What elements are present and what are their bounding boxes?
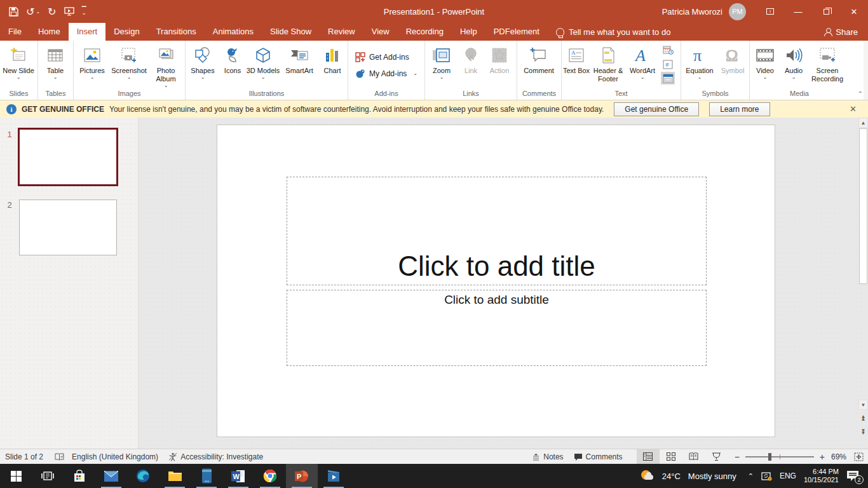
new-slide-button[interactable]: New Slide⌄ bbox=[1, 41, 36, 89]
shapes-button[interactable]: Shapes⌄ bbox=[186, 41, 219, 89]
tab-home[interactable]: Home bbox=[30, 23, 69, 41]
get-genuine-office-button[interactable]: Get genuine Office bbox=[614, 102, 699, 116]
my-addins-button[interactable]: My Add-ins ⌄ bbox=[355, 69, 417, 79]
zoom-out-icon[interactable]: − bbox=[735, 452, 740, 462]
object-icon[interactable] bbox=[661, 72, 675, 85]
action-button[interactable]: Action bbox=[484, 41, 515, 89]
scroll-up-icon[interactable]: ▲ bbox=[858, 118, 868, 128]
comment-button[interactable]: Comment bbox=[518, 41, 560, 89]
wordart-button[interactable]: A WordArt⌄ bbox=[626, 41, 659, 89]
file-explorer-icon[interactable] bbox=[159, 464, 191, 488]
text-box-button[interactable]: A Text Box bbox=[562, 41, 590, 89]
clock[interactable]: 6:44 PM 10/15/2021 bbox=[804, 468, 839, 484]
slide-thumbnail-1[interactable] bbox=[18, 128, 118, 186]
tab-file[interactable]: File bbox=[0, 23, 30, 41]
vertical-scrollbar[interactable]: ▲ ▼ ▲▲ ▼▼ bbox=[858, 118, 868, 449]
ribbon-display-options-icon[interactable]: ↑ bbox=[756, 0, 784, 23]
customize-qat-icon[interactable]: ▔⌄ bbox=[82, 8, 87, 15]
table-button[interactable]: Table⌄ bbox=[39, 41, 72, 89]
minimize-button[interactable]: — bbox=[784, 0, 812, 23]
save-icon[interactable] bbox=[9, 7, 18, 17]
slide-sorter-view-button[interactable] bbox=[660, 449, 682, 464]
share-button[interactable]: Share bbox=[814, 23, 868, 41]
zoom-in-icon[interactable]: + bbox=[820, 452, 825, 462]
notes-button[interactable]: Notes bbox=[532, 452, 563, 461]
previous-slide-icon[interactable]: ▲▲ bbox=[858, 412, 868, 424]
restore-button[interactable] bbox=[812, 0, 840, 23]
comments-button[interactable]: Comments bbox=[574, 452, 623, 461]
tab-recording[interactable]: Recording bbox=[398, 23, 452, 41]
zoom-percent[interactable]: 69% bbox=[825, 452, 846, 461]
language-indicator[interactable]: ENG bbox=[780, 471, 796, 480]
learn-more-button[interactable]: Learn more bbox=[709, 102, 770, 116]
chrome-browser-icon[interactable] bbox=[254, 464, 286, 488]
next-slide-icon[interactable]: ▼▼ bbox=[858, 426, 868, 438]
powerpoint-app-icon[interactable]: P bbox=[286, 464, 318, 488]
slide-indicator[interactable]: Slide 1 of 2 bbox=[5, 452, 43, 461]
pictures-button[interactable]: Pictures⌄ bbox=[74, 41, 110, 89]
get-addins-button[interactable]: Get Add-ins bbox=[355, 52, 417, 62]
slideshow-view-button[interactable] bbox=[705, 449, 728, 464]
slide-thumbnail-2[interactable] bbox=[19, 200, 117, 255]
chart-button[interactable]: Chart bbox=[318, 41, 346, 89]
tab-insert[interactable]: Insert bbox=[69, 23, 106, 41]
photo-album-button[interactable]: Photo Album⌄ bbox=[148, 41, 184, 89]
accessibility-status[interactable]: Accessibility: Investigate bbox=[168, 452, 263, 461]
scrollbar-thumb[interactable] bbox=[859, 128, 867, 284]
title-placeholder[interactable]: Click to add title bbox=[287, 177, 707, 285]
tab-design[interactable]: Design bbox=[105, 23, 147, 41]
header-footer-button[interactable]: Header & Footer bbox=[590, 41, 626, 89]
task-view-button[interactable] bbox=[32, 464, 64, 488]
banner-close-icon[interactable]: ✕ bbox=[844, 104, 862, 114]
normal-view-button[interactable] bbox=[637, 449, 660, 464]
edge-browser-icon[interactable] bbox=[127, 464, 159, 488]
weather-desc[interactable]: Mostly sunny bbox=[688, 471, 736, 481]
weather-temp[interactable]: 24°C bbox=[662, 471, 681, 481]
redo-icon[interactable]: ↻ bbox=[48, 6, 56, 18]
tab-slide-show[interactable]: Slide Show bbox=[262, 23, 320, 41]
language-status[interactable]: English (United Kingdom) bbox=[72, 452, 158, 461]
tab-pdfelement[interactable]: PDFelement bbox=[485, 23, 548, 41]
weather-icon[interactable] bbox=[641, 470, 654, 482]
user-name[interactable]: Patricia Mworozi bbox=[662, 7, 722, 17]
3d-models-button[interactable]: 3D Models⌄ bbox=[246, 41, 280, 89]
tab-review[interactable]: Review bbox=[320, 23, 363, 41]
slide-editor[interactable]: Click to add title Click to add subtitle bbox=[217, 125, 775, 437]
close-button[interactable]: ✕ bbox=[840, 0, 868, 23]
tab-transitions[interactable]: Transitions bbox=[148, 23, 205, 41]
tab-help[interactable]: Help bbox=[452, 23, 485, 41]
zoom-slider-thumb[interactable] bbox=[768, 453, 771, 461]
tab-animations[interactable]: Animations bbox=[205, 23, 262, 41]
zoom-button[interactable]: Zoom⌄ bbox=[426, 41, 458, 89]
icons-button[interactable]: Icons bbox=[219, 41, 246, 89]
collapse-ribbon-icon[interactable]: ⌃ bbox=[858, 90, 863, 97]
screen-recording-button[interactable]: Screen Recording bbox=[808, 41, 847, 89]
symbol-button[interactable]: Ω Symbol bbox=[717, 41, 748, 89]
link-button[interactable]: Link bbox=[458, 41, 484, 89]
tell-me-box[interactable]: Tell me what you want to do bbox=[548, 23, 679, 41]
slide-number-icon[interactable]: # bbox=[661, 58, 675, 71]
avatar[interactable]: PM bbox=[729, 3, 746, 20]
phone-app-icon[interactable] bbox=[191, 464, 222, 488]
subtitle-placeholder[interactable]: Click to add subtitle bbox=[287, 290, 707, 366]
date-time-icon[interactable] bbox=[661, 44, 675, 57]
screenshot-button[interactable]: Screenshot⌄ bbox=[110, 41, 148, 89]
start-from-beginning-icon[interactable] bbox=[64, 7, 74, 16]
smartart-button[interactable]: SmartArt bbox=[280, 41, 318, 89]
spellcheck-icon[interactable] bbox=[55, 452, 64, 461]
action-center-button[interactable]: 2 bbox=[846, 470, 860, 482]
microsoft-store-icon[interactable] bbox=[64, 464, 95, 488]
fit-slide-to-window-icon[interactable] bbox=[849, 449, 868, 464]
ribbon-scrollbar[interactable] bbox=[864, 41, 868, 100]
zoom-slider[interactable] bbox=[745, 456, 814, 458]
films-tv-app-icon[interactable] bbox=[318, 464, 349, 488]
audio-button[interactable]: Audio⌄ bbox=[780, 41, 808, 89]
reading-view-button[interactable] bbox=[682, 449, 705, 464]
start-button[interactable] bbox=[0, 464, 32, 488]
scroll-down-icon[interactable]: ▼ bbox=[858, 400, 868, 410]
tray-sync-icon[interactable] bbox=[761, 471, 772, 481]
tab-view[interactable]: View bbox=[363, 23, 398, 41]
show-hidden-icons-chevron[interactable]: ⌃ bbox=[748, 472, 754, 480]
video-button[interactable]: Video⌄ bbox=[750, 41, 780, 89]
equation-button[interactable]: π Equation⌄ bbox=[682, 41, 717, 89]
